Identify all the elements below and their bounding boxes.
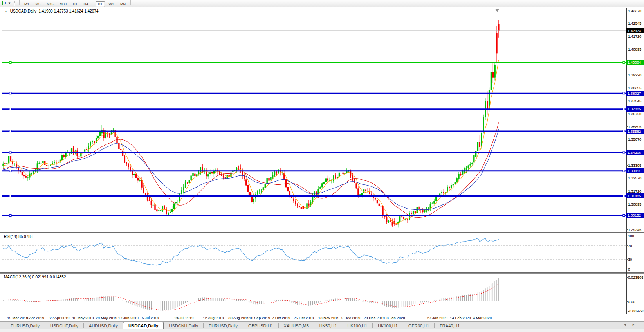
hline-price-badge: 1.35582: [626, 129, 644, 134]
timeframe-toolbar: ▼ M1M5M15M30H1H4D1W1MN: [0, 0, 644, 7]
chart-tab-eurusd-daily[interactable]: EURUSD,Daily: [204, 323, 243, 329]
price-tick: 1.35895: [628, 125, 641, 129]
timeframe-button-m30[interactable]: M30: [57, 1, 69, 7]
window-top-border: [0, 7, 644, 7]
macd-tick: -0.009795: [628, 309, 644, 313]
macd-tick: 0.00: [628, 300, 635, 304]
rsi-tick: 70: [628, 244, 632, 248]
ohlc-open: 1.41900: [39, 9, 53, 13]
date-label: 7 Oct 2019: [272, 316, 290, 320]
collapse-icon[interactable]: ▼: [5, 10, 7, 13]
chart-tab-eurusd-daily[interactable]: EURUSD,Daily: [5, 323, 45, 329]
price-tick: 1.43370: [628, 9, 641, 13]
date-label: 13 Nov 2019: [318, 316, 339, 320]
timeframe-button-d1[interactable]: D1: [96, 1, 105, 7]
date-label: 15 Mar 2019: [7, 316, 28, 320]
tab-scroll-left-icon[interactable]: ◄: [623, 323, 632, 327]
hline-price-badge: 1.34206: [626, 150, 644, 155]
panel-separator[interactable]: [0, 272, 644, 273]
macd-label: MACD(12,26,9) 0.021991 0.014352: [4, 275, 66, 279]
date-label: 12 Aug 2019: [203, 316, 224, 320]
date-label: 4 Mar 2020: [473, 316, 492, 320]
timeframe-button-m15[interactable]: M15: [44, 1, 56, 7]
chart-tab-gbpusd-h1[interactable]: GBPUSD,H1: [243, 323, 278, 329]
chart-tab-audusd-daily[interactable]: AUDUSD,Daily: [84, 323, 123, 329]
hline-price-badge: 1.40004: [626, 60, 644, 65]
timeframe-button-w1[interactable]: W1: [106, 1, 117, 7]
price-tick: 1.29245: [628, 227, 641, 232]
rsi-canvas[interactable]: [2, 233, 626, 272]
chart-title: ▼ USDCAD,Daily 1.41900 1.42753 1.41624 1…: [5, 9, 98, 13]
date-label: 8 Jan 2020: [386, 316, 405, 320]
chart-type-icon[interactable]: [1, 1, 8, 6]
price-tick: 1.32570: [628, 176, 641, 180]
price-tick: 1.38395: [628, 86, 641, 90]
hline-price-badge: 1.30152: [626, 213, 644, 218]
chart-tab-fra40-h1[interactable]: FRA40,H1: [435, 323, 465, 329]
price-tick: 1.39220: [628, 73, 641, 77]
macd-tick: 0.023505: [628, 275, 644, 280]
toolbar-separator: [19, 0, 20, 5]
main-chart-canvas[interactable]: [2, 8, 626, 232]
chart-tab-usdchf-daily[interactable]: USDCHF,Daily: [45, 323, 83, 329]
date-label: 5 Jul 2019: [142, 316, 159, 320]
price-tick: 1.33395: [628, 163, 641, 168]
chart-symbol: USDCAD,Daily: [10, 9, 36, 13]
chart-tab-uk100-h1[interactable]: UK100,H1: [373, 323, 403, 329]
chart-bottom-border: [0, 314, 644, 314]
hline-price-badge: 1.38027: [626, 91, 644, 96]
panel-separator[interactable]: [0, 232, 644, 233]
macd-canvas[interactable]: [2, 274, 626, 314]
timeframe-button-m1[interactable]: M1: [22, 1, 32, 7]
date-label: 20 Dec 2019: [364, 316, 385, 320]
date-label: 10 May 2019: [72, 316, 94, 320]
date-label: 22 Apr 2019: [49, 316, 69, 320]
chart-tab-usdcad-daily[interactable]: USDCAD,Daily: [123, 322, 164, 329]
mt4-window: ▼ M1M5M15M30H1H4D1W1MN ▼ USDCAD,Daily 1.…: [0, 0, 644, 332]
chart-tab-ger30-h1[interactable]: GER30,H1: [403, 323, 434, 329]
timeframe-button-h1[interactable]: H1: [70, 1, 80, 7]
date-label: 17 Jun 2019: [118, 316, 139, 320]
date-label: 18 Sep 2019: [249, 316, 270, 320]
date-label: 25 Oct 2019: [294, 316, 314, 320]
chart-tab-usdcnh-daily[interactable]: USDCNH,Daily: [164, 323, 203, 329]
ohlc-close: 1.42074: [84, 9, 98, 13]
timeframe-button-m5[interactable]: M5: [33, 1, 43, 7]
tab-scroll-right-icon[interactable]: ►: [632, 323, 641, 327]
price-tick: 1.40895: [628, 47, 641, 51]
date-label: 2 Dec 2019: [341, 316, 361, 320]
rsi-tick: 0: [628, 267, 630, 271]
date-label: 24 Jul 2019: [174, 316, 193, 320]
chart-tab-uk100-h1[interactable]: UK100,H1: [342, 323, 372, 329]
price-tick: 1.41720: [628, 34, 641, 38]
price-tick: 1.35070: [628, 137, 641, 141]
price-tick: 1.30895: [628, 202, 641, 206]
chart-tab-xauusd-m5[interactable]: XAUUSD,M5: [279, 323, 314, 329]
date-label: 3 Apr 2019: [26, 316, 44, 320]
date-label: 27 Jan 2020: [427, 316, 447, 320]
price-tick: 1.37545: [628, 99, 641, 103]
rsi-tick: 100: [628, 234, 634, 238]
chart-tab-hk50-h1[interactable]: HK50,H1: [314, 323, 342, 329]
toolbar-grip[interactable]: [14, 1, 15, 6]
date-label: 14 Feb 2020: [450, 316, 471, 320]
rsi-label: RSI(14) 85.9783: [4, 235, 32, 239]
timeframe-buttons: M1M5M15M30H1H4D1W1MN: [18, 0, 132, 7]
timeframe-button-h4[interactable]: H4: [81, 1, 91, 7]
toolbar-separator: [130, 0, 131, 5]
hline-price-badge: 1.31405: [626, 193, 644, 198]
date-label: 29 May 2019: [96, 316, 117, 320]
price-tick: 1.36720: [628, 112, 641, 116]
hline-price-badge: 1.33011: [626, 168, 644, 173]
price-axis-line: [626, 8, 627, 314]
chart-tab-bar: EURUSD,DailyUSDCHF,DailyAUDUSD,DailyUSDC…: [0, 321, 644, 329]
timeframe-button-mn[interactable]: MN: [118, 1, 128, 7]
tab-strip-bottom: [0, 329, 644, 332]
tab-scroll-arrows: ◄►: [623, 323, 641, 327]
current-price-badge: 1.42074: [626, 28, 644, 33]
hline-price-badge: 1.37005: [626, 106, 644, 112]
date-label: 30 Aug 2019: [228, 316, 249, 320]
chevron-down-icon[interactable]: ▼: [8, 2, 11, 5]
toolbar-separator: [93, 0, 93, 5]
rsi-tick: 30: [628, 257, 632, 262]
